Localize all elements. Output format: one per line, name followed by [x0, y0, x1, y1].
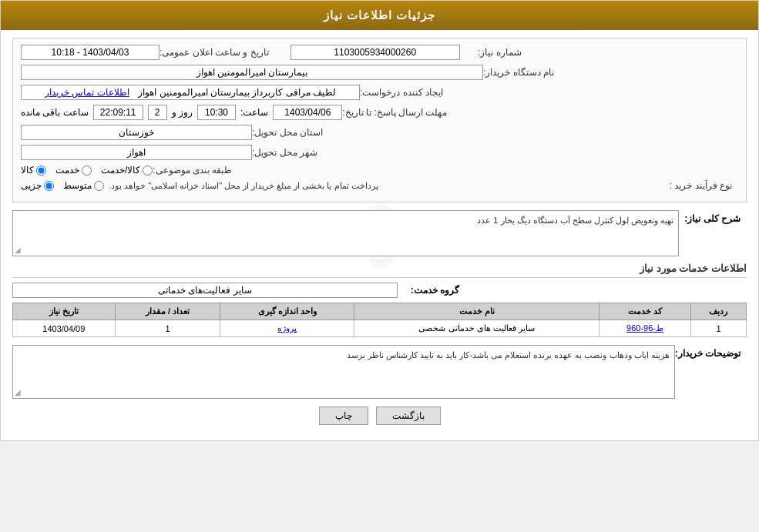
province-value: خوزستان [21, 125, 252, 140]
cell-row-number: 1 [690, 320, 746, 337]
purchase-type-radio-group: متوسط جزیی [21, 180, 104, 191]
col-unit: واحد اندازه گیری [220, 303, 354, 320]
buyer-description-content: هزینه ایاب وذهاب ونصب به عهده برنده استع… [12, 345, 675, 399]
resize-handle-2: ◢ [15, 388, 21, 396]
back-button[interactable]: بازگشت [376, 407, 441, 425]
row-purchase-type: نوع فرآیند خرید : پرداخت تمام یا بخشی از… [21, 180, 738, 191]
button-row: بازگشت چاپ [12, 407, 747, 425]
purchase-type-group: پرداخت تمام یا بخشی از مبلغ خریدار از مح… [21, 180, 670, 191]
buyer-description-label: توضیحات خریدار: [675, 345, 741, 359]
need-number-label: شماره نیاز: [460, 47, 522, 58]
city-value: اهواز [21, 145, 252, 160]
row-buyer-name: نام دستگاه خریدار: بیمارستان امیرالمومنی… [21, 65, 738, 80]
buyer-description-text: هزینه ایاب وذهاب ونصب به عهده برنده استع… [347, 350, 670, 360]
category-radio-khedmat[interactable] [82, 166, 92, 176]
purchase-type-note: پرداخت تمام یا بخشی از مبلغ خریدار از مح… [109, 181, 378, 191]
category-radio-group: کالا/خدمت خدمت کالا [21, 165, 153, 176]
need-number-value: 1103005934000260 [291, 45, 460, 60]
need-description-text: تهیه وتعویض لول کنترل سطح آب دستگاه دیگ … [477, 216, 673, 225]
resize-handle: ◢ [15, 246, 21, 254]
table-header-row: ردیف کد خدمت نام خدمت واحد اندازه گیری ت… [13, 303, 747, 320]
category-option-2[interactable]: خدمت [55, 165, 92, 176]
buyer-name-value: بیمارستان امیرالمومنین اهواز [21, 65, 483, 80]
category-option-3[interactable]: کالا [21, 165, 46, 176]
page-header: جزئیات اطلاعات نیاز [1, 1, 758, 30]
purchase-type-radio-partial[interactable] [44, 181, 54, 191]
announcement-date-value: 1403/04/03 - 10:18 [21, 45, 160, 60]
need-description-content: تهیه وتعویض لول کنترل سطح آب دستگاه دیگ … [12, 210, 679, 256]
group-value: سایر فعالیت‌های خدماتی [12, 283, 398, 298]
deadline-date-value: 1403/04/06 [273, 105, 342, 120]
col-quantity: تعداد / مقدار [115, 303, 220, 320]
col-date: تاریخ نیاز [13, 303, 116, 320]
print-button[interactable]: چاپ [319, 407, 368, 425]
need-description-row: شرح کلی نیاز: تهیه وتعویض لول کنترل سطح … [12, 210, 747, 256]
row-city: شهر محل تحویل: اهواز [21, 145, 738, 160]
cell-date: 1403/04/09 [13, 320, 116, 337]
purchase-type-partial[interactable]: جزیی [21, 180, 54, 191]
purchase-type-label: نوع فرآیند خرید : [670, 180, 732, 191]
purchase-type-medium[interactable]: متوسط [63, 180, 104, 191]
col-row-number: ردیف [690, 303, 746, 320]
services-table-container: ردیف کد خدمت نام خدمت واحد اندازه گیری ت… [12, 303, 747, 337]
buyer-description-box: هزینه ایاب وذهاب ونصب به عهده برنده استع… [12, 345, 675, 399]
contact-link[interactable]: اطلاعات تماس خریدار [45, 87, 129, 98]
services-section-title: اطلاعات خدمات مورد نیاز [12, 263, 747, 278]
deadline-day-value: 2 [148, 105, 167, 120]
row-need-number: شماره نیاز: 1103005934000260 تاریخ و ساع… [21, 45, 738, 60]
city-label: شهر محل تحویل: [252, 147, 317, 158]
category-radio-kala-khedmat[interactable] [143, 166, 153, 176]
creator-label: ایجاد کننده درخواست: [360, 87, 443, 98]
row-creator: ایجاد کننده درخواست: لطیف مراقی کاربرداز… [21, 85, 738, 100]
col-service-name: نام خدمت [354, 303, 599, 320]
need-description-box: تهیه وتعویض لول کنترل سطح آب دستگاه دیگ … [12, 210, 679, 256]
need-description-label: شرح کلی نیاز: [679, 210, 741, 224]
row-category: طبقه بندی موضوعی: کالا/خدمت خدمت کالا [21, 165, 738, 176]
main-form: شماره نیاز: 1103005934000260 تاریخ و ساع… [12, 38, 747, 202]
page-title: جزئیات اطلاعات نیاز [324, 8, 435, 22]
buyer-name-label: نام دستگاه خریدار: [483, 67, 554, 78]
table-row: 1 ط-96-960 سایر فعالیت های خدماتی شخصی پ… [13, 320, 747, 337]
purchase-type-radio-medium[interactable] [94, 181, 104, 191]
row-deadline: مهلت ارسال پاسخ: تا تاریخ: 1403/04/06 سا… [21, 105, 738, 120]
category-option-1[interactable]: کالا/خدمت [101, 165, 153, 176]
deadline-time-label: ساعت: [240, 107, 268, 118]
col-service-code: کد خدمت [599, 303, 691, 320]
group-row: گروه خدمت: سایر فعالیت‌های خدماتی [12, 283, 747, 298]
category-radio-kala[interactable] [36, 166, 46, 176]
cell-quantity: 1 [115, 320, 220, 337]
deadline-remaining-value: 22:09:11 [93, 105, 143, 120]
group-label: گروه خدمت: [398, 285, 459, 296]
services-table: ردیف کد خدمت نام خدمت واحد اندازه گیری ت… [12, 303, 747, 337]
cell-service-name: سایر فعالیت های خدماتی شخصی [354, 320, 599, 337]
buyer-description-row: توضیحات خریدار: هزینه ایاب وذهاب ونصب به… [12, 345, 747, 399]
category-label: طبقه بندی موضوعی: [153, 165, 232, 176]
cell-service-code[interactable]: ط-96-960 [599, 320, 691, 337]
cell-unit[interactable]: پروژه [220, 320, 354, 337]
row-province: استان محل تحویل: خوزستان [21, 125, 738, 140]
creator-value: لطیف مراقی کاربرداز بیمارستان امیرالمومن… [21, 85, 360, 100]
announcement-date-label: تاریخ و ساعت اعلان عمومی: [160, 47, 269, 58]
deadline-time-value: 10:30 [197, 105, 236, 120]
deadline-day-label: روز و [172, 107, 193, 118]
province-label: استان محل تحویل: [252, 127, 323, 138]
deadline-label: مهلت ارسال پاسخ: تا تاریخ: [342, 107, 447, 118]
deadline-remaining-label: ساعت باقی مانده [21, 107, 89, 118]
